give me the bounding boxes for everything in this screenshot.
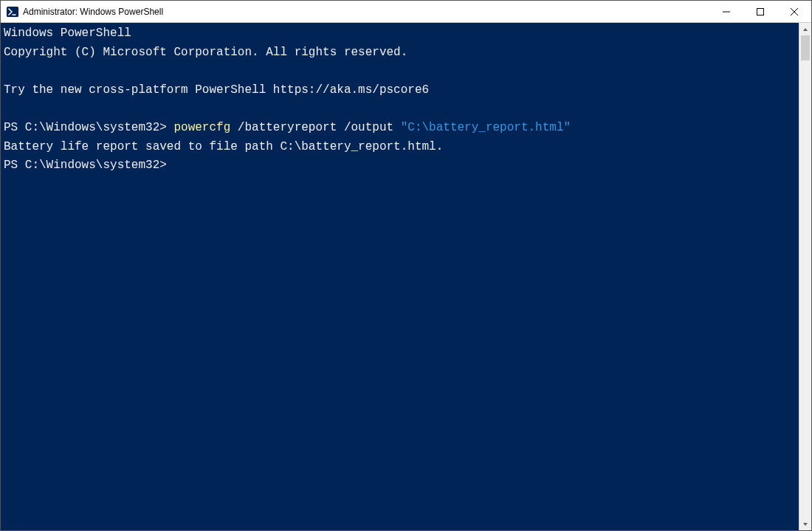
close-button[interactable] <box>777 1 811 22</box>
prompt-1-args: /batteryreport /output <box>230 121 400 134</box>
scroll-track[interactable] <box>799 35 811 518</box>
scroll-up-arrow-icon[interactable] <box>799 23 811 35</box>
prompt-1-string: "C:\battery_report.html" <box>401 121 571 134</box>
prompt-1-command: powercfg <box>173 121 230 134</box>
window-controls <box>709 1 811 22</box>
titlebar[interactable]: Administrator: Windows PowerShell <box>1 1 811 23</box>
banner-line-2: Copyright (C) Microsoft Corporation. All… <box>4 46 407 59</box>
minimize-button[interactable] <box>709 1 743 22</box>
window-title: Administrator: Windows PowerShell <box>23 7 163 17</box>
svg-rect-0 <box>7 7 18 17</box>
prompt-1-prefix: PS C:\Windows\system32> <box>4 121 173 134</box>
vertical-scrollbar[interactable] <box>799 23 811 530</box>
prompt-2-prefix: PS C:\Windows\system32> <box>4 159 167 172</box>
client-area: Windows PowerShell Copyright (C) Microso… <box>1 23 811 530</box>
maximize-button[interactable] <box>743 1 777 22</box>
output-line: Battery life report saved to file path C… <box>4 140 443 153</box>
scroll-thumb[interactable] <box>801 35 810 60</box>
powershell-icon <box>7 6 18 18</box>
terminal-output[interactable]: Windows PowerShell Copyright (C) Microso… <box>1 23 799 530</box>
banner-line-1: Windows PowerShell <box>4 27 131 40</box>
powershell-window: Administrator: Windows PowerShell Window… <box>0 0 812 531</box>
svg-rect-3 <box>757 8 764 15</box>
scroll-down-arrow-icon[interactable] <box>799 518 811 530</box>
hint-line: Try the new cross-platform PowerShell ht… <box>4 83 429 97</box>
